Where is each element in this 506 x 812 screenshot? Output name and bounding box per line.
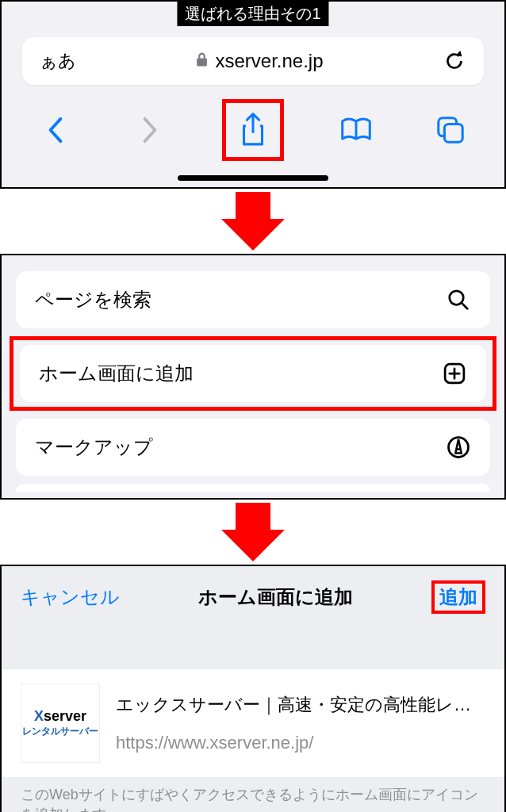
addressbar-container: ぁあ xserver.ne.jp (2, 26, 504, 90)
back-button[interactable] (33, 108, 78, 152)
modal-header: キャンセル ホーム画面に追加 追加 (2, 566, 504, 669)
option-group-2: ホーム画面に追加 (20, 345, 486, 402)
arrow-down-icon (221, 189, 285, 254)
site-favicon: Xserver レンタルサーバー (21, 684, 100, 763)
favicon-line2: レンタルサーバー (22, 725, 98, 738)
bookmarks-button[interactable] (334, 108, 378, 152)
reload-icon[interactable] (443, 48, 466, 75)
add-to-home-panel: キャンセル ホーム画面に追加 追加 Xserver レンタルサーバー エックスサ… (0, 565, 506, 812)
plus-box-icon (442, 361, 467, 386)
site-url: https://www.xserver.ne.jp/ (116, 733, 485, 753)
highlight-add-home: ホーム画面に追加 (10, 336, 496, 411)
search-icon (446, 287, 471, 312)
option-group-1: ページを検索 (16, 271, 490, 328)
arrow-down-icon (221, 500, 285, 565)
address-domain: xserver.ne.jp (215, 50, 323, 72)
option-label: ページを検索 (35, 287, 151, 312)
svg-rect-1 (444, 124, 462, 142)
lock-icon (195, 50, 209, 72)
tabs-button[interactable] (428, 108, 473, 152)
markup-item[interactable]: マークアップ (16, 419, 490, 476)
share-button[interactable] (222, 99, 284, 161)
add-button[interactable]: 追加 (431, 580, 485, 614)
address-center: xserver.ne.jp (195, 50, 323, 72)
favicon-line1: Xserver (34, 708, 86, 725)
home-indicator (178, 175, 328, 181)
site-title-input[interactable]: エックスサーバー｜高速・安定の高性能レンタ… (116, 693, 485, 717)
markup-icon (446, 435, 471, 460)
share-sheet-panel: ページを検索 ホーム画面に追加 マークアップ (0, 254, 506, 500)
option-label: ホーム画面に追加 (39, 361, 194, 386)
add-to-home-item[interactable]: ホーム画面に追加 (20, 345, 486, 402)
bottom-toolbar (2, 90, 504, 175)
address-bar[interactable]: ぁあ xserver.ne.jp (22, 37, 484, 85)
site-info: エックスサーバー｜高速・安定の高性能レンタ… https://www.xserv… (116, 693, 485, 753)
cancel-button[interactable]: キャンセル (21, 584, 120, 610)
caption-badge: 選ばれる理由その1 (177, 2, 328, 26)
find-on-page-item[interactable]: ページを検索 (16, 271, 490, 328)
reader-aa-button[interactable]: ぁあ (40, 49, 76, 73)
option-group-3: マークアップ (16, 419, 490, 476)
modal-description: このWebサイトにすばやくアクセスできるようにホーム画面にアイコンを追加します。 (2, 777, 504, 812)
forward-button[interactable] (128, 108, 172, 152)
modal-main: Xserver レンタルサーバー エックスサーバー｜高速・安定の高性能レンタ… … (2, 669, 504, 777)
option-label: マークアップ (35, 435, 153, 460)
modal-title: ホーム画面に追加 (198, 584, 353, 610)
option-peek (16, 484, 490, 492)
safari-toolbar-panel: 選ばれる理由その1 ぁあ xserver.ne.jp (0, 0, 506, 189)
